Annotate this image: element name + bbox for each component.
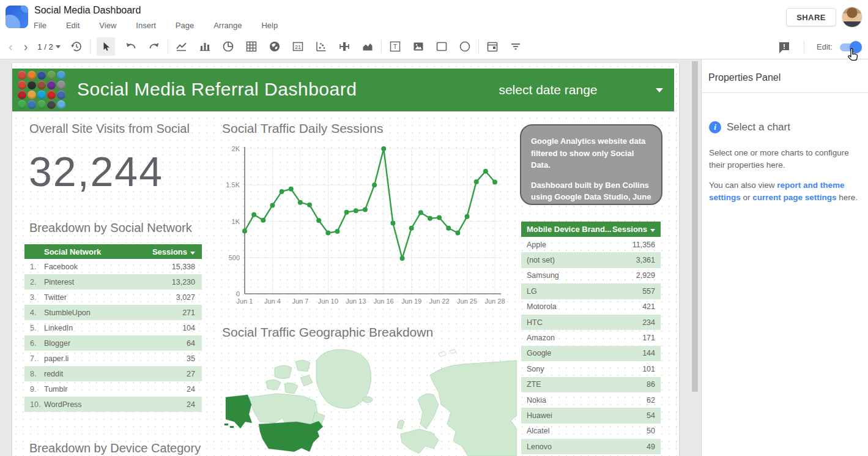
table-row: Google144 bbox=[521, 346, 661, 361]
row-sessions: 54 bbox=[647, 411, 661, 420]
row-sessions: 62 bbox=[647, 396, 661, 405]
toolbar-divider bbox=[478, 40, 479, 53]
bar-chart-icon[interactable] bbox=[198, 39, 212, 54]
row-rank: 10. bbox=[24, 400, 44, 409]
dashboard-banner[interactable]: Social Media Referral Dashboard select d… bbox=[12, 69, 674, 111]
x-tick-label: Jun 7 bbox=[292, 297, 308, 305]
social-network-icon bbox=[28, 91, 36, 99]
data-point bbox=[307, 203, 312, 207]
scatter-chart-icon[interactable] bbox=[314, 39, 328, 54]
social-network-icon bbox=[18, 100, 26, 109]
daily-sessions-line-chart[interactable]: 05001K1.5K2KJun 1Jun 4Jun 7Jun 10Jun 13J… bbox=[220, 143, 511, 309]
social-network-table[interactable]: Social Network Sessions 1.Facebook15,338… bbox=[24, 244, 202, 412]
data-point bbox=[465, 214, 470, 219]
row-name: Nokia bbox=[521, 396, 647, 405]
data-point bbox=[409, 226, 414, 231]
user-avatar[interactable] bbox=[842, 7, 862, 28]
x-tick-label: Jun 10 bbox=[318, 297, 338, 305]
data-point bbox=[372, 182, 377, 187]
undo-button[interactable] bbox=[124, 39, 138, 54]
row-rank: 3. bbox=[24, 293, 44, 302]
history-icon[interactable] bbox=[69, 39, 84, 54]
mouse-cursor-hand-icon bbox=[845, 47, 859, 62]
social-network-icon bbox=[28, 81, 36, 89]
data-point bbox=[316, 218, 321, 223]
x-tick-label: Jun 16 bbox=[374, 297, 394, 305]
table-row: ZTE86 bbox=[521, 377, 661, 392]
row-name: Motorola bbox=[521, 302, 642, 311]
prev-page-button[interactable]: ‹ bbox=[7, 40, 14, 53]
rectangle-icon[interactable] bbox=[434, 39, 449, 54]
data-point bbox=[261, 218, 265, 223]
row-sessions: 24 bbox=[187, 400, 202, 409]
share-button[interactable]: SHARE bbox=[786, 8, 836, 26]
mobile-device-table[interactable]: Mobile Device Brand... Sessions Apple11,… bbox=[521, 222, 661, 454]
menu-page[interactable]: Page bbox=[176, 21, 194, 30]
filter-control-icon[interactable] bbox=[508, 39, 523, 54]
menu-insert[interactable]: Insert bbox=[136, 21, 156, 30]
table-icon[interactable] bbox=[244, 39, 259, 54]
y-tick-label: 500 bbox=[229, 254, 240, 261]
geo-map-icon[interactable] bbox=[267, 39, 282, 54]
data-point bbox=[455, 230, 460, 235]
date-range-selector[interactable]: select date range bbox=[440, 69, 674, 111]
scorecard-value[interactable]: 32,244 bbox=[29, 148, 163, 195]
area-chart-icon[interactable] bbox=[360, 39, 375, 54]
social-network-icon bbox=[57, 71, 65, 80]
data-point bbox=[242, 228, 247, 233]
pie-chart-icon[interactable] bbox=[221, 39, 236, 54]
time-series-chart-icon[interactable] bbox=[174, 39, 189, 54]
data-point bbox=[428, 216, 432, 221]
text-box-icon[interactable]: T bbox=[388, 39, 402, 54]
social-network-icon bbox=[37, 71, 46, 80]
social-network-icon bbox=[28, 71, 36, 80]
column-header: Sessions bbox=[152, 247, 202, 256]
redo-button[interactable] bbox=[147, 39, 161, 54]
data-studio-logo-icon[interactable] bbox=[6, 6, 28, 28]
toolbar-divider bbox=[804, 40, 804, 54]
table-row: Amazon171 bbox=[521, 330, 661, 345]
social-network-icon bbox=[47, 71, 56, 80]
menu-edit[interactable]: Edit bbox=[66, 21, 80, 30]
y-tick-label: 1K bbox=[232, 218, 240, 225]
annotation-text-box[interactable]: Google Analytics website data filtered t… bbox=[520, 124, 662, 205]
menu-view[interactable]: View bbox=[99, 21, 116, 30]
data-point bbox=[418, 210, 423, 215]
document-title[interactable]: Social Media Dashboard bbox=[34, 5, 141, 16]
row-name: (not set) bbox=[521, 256, 636, 264]
table-row: 9.Tumblr24 bbox=[24, 381, 202, 397]
sort-caret-icon bbox=[650, 229, 655, 232]
table-row: Sony101 bbox=[521, 361, 661, 376]
y-tick-label: 1.5K bbox=[226, 181, 240, 189]
world-geo-map[interactable] bbox=[223, 343, 517, 456]
data-point bbox=[363, 207, 368, 212]
data-point bbox=[483, 169, 488, 174]
feedback-icon[interactable] bbox=[777, 40, 792, 54]
page-indicator[interactable]: 1 / 2 bbox=[37, 42, 60, 51]
row-sessions: 3,361 bbox=[636, 256, 661, 264]
text-fragment: here. bbox=[837, 193, 858, 202]
next-page-button[interactable]: › bbox=[23, 40, 29, 53]
date-range-icon[interactable] bbox=[485, 39, 500, 54]
image-icon[interactable] bbox=[411, 39, 426, 54]
menu-arrange[interactable]: Arrange bbox=[213, 21, 242, 30]
data-point bbox=[354, 208, 358, 213]
x-tick-label: Jun 1 bbox=[237, 297, 253, 305]
table-row: Lenovo49 bbox=[521, 439, 661, 454]
report-canvas[interactable]: Social Media Referral Dashboard select d… bbox=[12, 63, 679, 456]
scrollbar-thumb[interactable] bbox=[692, 61, 698, 392]
oval-icon[interactable] bbox=[458, 39, 472, 54]
select-tool-button[interactable] bbox=[97, 37, 115, 56]
menu-help[interactable]: Help bbox=[261, 21, 278, 30]
current-page-settings-link[interactable]: current page settings bbox=[752, 193, 836, 202]
text-fragment: You can also view bbox=[709, 181, 777, 190]
series-line bbox=[245, 149, 495, 258]
data-point bbox=[289, 187, 294, 192]
vertical-scrollbar[interactable] bbox=[691, 59, 699, 456]
row-sessions: 49 bbox=[647, 443, 661, 451]
menu-file[interactable]: File bbox=[34, 21, 46, 30]
info-icon: i bbox=[709, 121, 721, 133]
scorecard-icon[interactable]: 21 bbox=[291, 39, 305, 54]
row-sessions: 271 bbox=[182, 308, 202, 317]
bullet-chart-icon[interactable] bbox=[337, 39, 352, 54]
